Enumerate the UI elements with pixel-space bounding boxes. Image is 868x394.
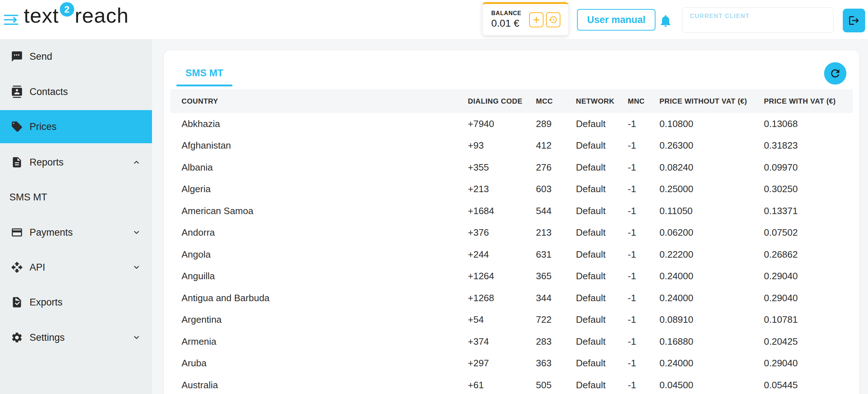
contacts-icon: [11, 86, 23, 98]
table-cell: -1: [628, 266, 659, 287]
sidebar-item-label: Contacts: [30, 86, 68, 98]
table-cell: 0.31823: [764, 135, 853, 157]
table-cell: 0.11050: [659, 200, 764, 222]
sidebar-item-settings[interactable]: Settings: [0, 329, 152, 347]
table-cell: 0.20425: [764, 331, 853, 353]
table-cell: +1684: [468, 200, 536, 222]
table-cell: Angola: [170, 244, 468, 266]
table-cell: Default: [576, 309, 628, 331]
column-header: COUNTRY: [170, 89, 468, 113]
table-row: Abkhazia+7940289Default-10.108000.13068: [170, 113, 853, 135]
table-row: Anguilla+1264365Default-10.240000.29040: [170, 266, 853, 287]
table-cell: 0.16880: [659, 331, 764, 353]
table-cell: Antigua and Barbuda: [170, 287, 468, 309]
current-client-input[interactable]: [682, 7, 834, 33]
column-header: NETWORK: [576, 89, 628, 113]
table-cell: 289: [536, 113, 576, 135]
sidebar-item-label: API: [30, 262, 45, 273]
table-cell: 0.04500: [659, 374, 764, 394]
table-cell: 276: [536, 157, 576, 178]
balance-label: BALANCE: [491, 10, 522, 17]
logout-button[interactable]: [843, 9, 865, 32]
table-cell: +374: [468, 331, 536, 353]
bell-icon: [658, 13, 673, 29]
balance-value: 0.01 €: [491, 18, 522, 29]
table-cell: 0.08240: [659, 157, 764, 178]
column-header: MNC: [628, 89, 659, 113]
sidebar-item-payments[interactable]: Payments: [0, 223, 152, 241]
sidebar-item-label: Payments: [30, 227, 73, 238]
column-header: DIALING CODE: [468, 89, 536, 113]
sidebar-item-api[interactable]: API: [0, 258, 152, 276]
table-cell: -1: [628, 309, 659, 331]
table-cell: Default: [576, 113, 628, 135]
table-cell: 722: [536, 309, 576, 331]
app-logo[interactable]: text 2 reach: [24, 5, 129, 26]
history-icon: [549, 15, 558, 24]
table-header-row: COUNTRYDIALING CODEMCCNETWORKMNCPRICE WI…: [170, 89, 853, 113]
table-cell: Australia: [170, 374, 468, 394]
tab-sms-mt[interactable]: SMS MT: [176, 68, 232, 86]
table-cell: +355: [468, 157, 536, 178]
table-cell: Armenia: [170, 331, 468, 353]
sidebar-item-label: Send: [30, 51, 52, 62]
tab-bar: SMS MT: [164, 50, 859, 86]
sidebar-item-label: Exports: [30, 297, 63, 308]
prices-table: COUNTRYDIALING CODEMCCNETWORKMNCPRICE WI…: [170, 89, 853, 394]
table-cell: 505: [536, 374, 576, 394]
sidebar-item-send[interactable]: Send: [0, 47, 152, 65]
table-cell: Albania: [170, 157, 468, 178]
table-cell: Algeria: [170, 178, 468, 200]
chevron-down-icon: [133, 263, 140, 271]
table-cell: -1: [628, 200, 659, 222]
table-cell: -1: [628, 353, 659, 375]
sidebar-item-exports[interactable]: Exports: [0, 293, 152, 311]
sidebar-subitem-sms-mt[interactable]: SMS MT: [0, 188, 152, 206]
top-bar: text 2 reach BALANCE 0.01 € User manual: [0, 0, 868, 40]
logo-text-right: reach: [75, 5, 129, 26]
chevron-down-icon: [133, 334, 140, 341]
logout-icon: [848, 15, 860, 26]
chevron-up-icon: [133, 158, 140, 166]
sidebar-item-contacts[interactable]: Contacts: [0, 83, 152, 101]
chat-icon: [11, 50, 23, 63]
table-cell: -1: [628, 331, 659, 353]
table-cell: 0.22200: [659, 244, 764, 266]
table-cell: Default: [576, 135, 628, 157]
table-row: Afghanistan+93412Default-10.263000.31823: [170, 135, 853, 157]
refresh-button[interactable]: [824, 62, 846, 85]
table-cell: +376: [468, 222, 536, 244]
sidebar-item-reports[interactable]: Reports: [0, 153, 152, 171]
table-cell: +1264: [468, 266, 536, 287]
plus-icon: [532, 15, 541, 24]
table-cell: 0.24000: [659, 353, 764, 375]
user-manual-button[interactable]: User manual: [577, 9, 656, 31]
table-cell: 603: [536, 178, 576, 200]
report-icon: [11, 156, 23, 168]
table-row: Aruba+297363Default-10.240000.29040: [170, 353, 853, 375]
table-cell: 0.26862: [764, 244, 853, 266]
sidebar-item-label: Settings: [30, 332, 65, 343]
table-cell: 631: [536, 244, 576, 266]
table-cell: 0.29040: [764, 266, 853, 287]
sidebar-item-prices[interactable]: Prices: [0, 110, 152, 143]
add-funds-button[interactable]: [529, 12, 543, 27]
column-header: MCC: [536, 89, 576, 113]
logo-bubble-icon: 2: [60, 2, 74, 17]
table-cell: 0.24000: [659, 266, 764, 287]
menu-collapse-icon: [4, 13, 19, 27]
table-cell: 0.29040: [764, 353, 853, 375]
table-cell: 544: [536, 200, 576, 222]
chevron-down-icon: [133, 228, 140, 236]
table-cell: 0.09970: [764, 157, 853, 178]
table-row: Argentina+54722Default-10.089100.10781: [170, 309, 853, 331]
notifications-bell-button[interactable]: [658, 13, 673, 29]
menu-toggle-button[interactable]: [4, 13, 19, 27]
sidebar: Send Contacts Prices Reports SMS MT: [0, 40, 152, 394]
table-cell: 0.10781: [764, 309, 853, 331]
table-cell: -1: [628, 244, 659, 266]
table-row: Angola+244631Default-10.222000.26862: [170, 244, 853, 266]
table-cell: Default: [576, 266, 628, 287]
payment-history-button[interactable]: [546, 12, 560, 27]
table-cell: Default: [576, 287, 628, 309]
